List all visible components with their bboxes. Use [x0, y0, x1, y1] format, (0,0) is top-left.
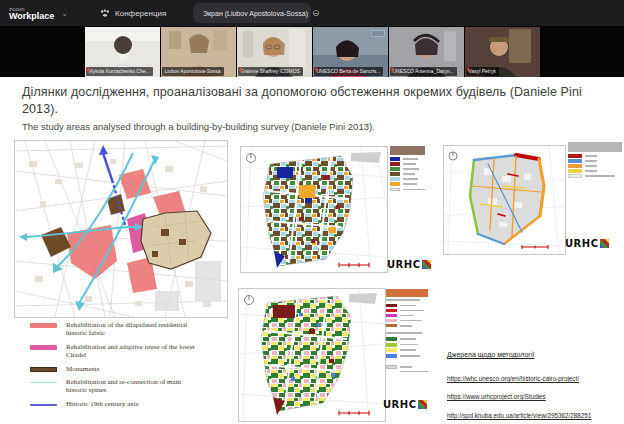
- minimize-icon[interactable]: ⊖: [312, 9, 320, 18]
- legend-section-label: [386, 299, 420, 301]
- muted-mic-icon: [314, 67, 319, 74]
- muted-mic-icon: [238, 67, 243, 74]
- participant-name-tag: Liubov Apostolova-Sossa: [162, 67, 224, 76]
- map-strategy-panel: [14, 140, 228, 318]
- map-landuse-panel: [240, 146, 388, 273]
- urhc-logo-mark: [600, 239, 609, 248]
- legend-label: [400, 310, 424, 312]
- tab-shared-screen[interactable]: Экран (Liubov Apostolova-Sossa) ⊖: [193, 3, 311, 23]
- legend-row: Rehabilitation and adaptive reuse of the…: [30, 343, 228, 360]
- legend-swatch: [390, 157, 400, 161]
- participant-name: UNESCO Antenna_Daryn...: [393, 69, 454, 74]
- legend-swatch: [30, 404, 57, 406]
- legend-swatch: [390, 177, 400, 181]
- legend-label: [400, 349, 416, 351]
- legend-label: [403, 173, 415, 175]
- legend-label: Monuments: [66, 365, 201, 373]
- legend-label: [403, 189, 425, 191]
- legend-header: [568, 142, 622, 152]
- video-tile-active-speaker[interactable]: Liubov Apostolova-Sossa: [161, 27, 236, 77]
- condition-map: [239, 289, 385, 421]
- legend-swatch: [386, 309, 397, 313]
- landuse-map: [241, 147, 387, 272]
- streets-map: [444, 146, 565, 254]
- zoom-window: zoom Workplace ⌄ Конференция Экран (Liub…: [0, 0, 624, 424]
- legend-swatch: [30, 323, 57, 328]
- video-tile[interactable]: UNESCO Berta de Sancris...: [313, 27, 388, 77]
- legend-swatch: [30, 382, 57, 384]
- video-tile[interactable]: Mykola Korzachenko Che...: [85, 27, 160, 77]
- brand-workplace: Workplace: [9, 12, 54, 21]
- slide-subtitle: The study areas analysed through a build…: [22, 121, 610, 132]
- legend-label: [585, 175, 615, 177]
- legend-row: Monuments: [30, 365, 228, 373]
- legend-label: [400, 371, 428, 373]
- legend-label: [585, 155, 597, 157]
- urhc-logo: URHC: [383, 399, 427, 410]
- legend-label: [403, 158, 418, 160]
- legend-swatch: [390, 162, 400, 166]
- video-tile[interactable]: Grainne Shaffrey ICOMOS: [237, 27, 312, 77]
- muted-mic-icon: [86, 67, 91, 74]
- legend-swatch: [390, 167, 400, 171]
- urhc-logo-mark: [418, 400, 427, 409]
- tab-meeting[interactable]: Конференция: [100, 9, 166, 18]
- muted-mic-icon: [466, 67, 471, 74]
- slide-title: Ділянки дослідження, проаналізовані за д…: [22, 84, 610, 119]
- streets-legend: [568, 142, 622, 179]
- legend-swatch: [386, 354, 397, 358]
- legend-swatch: [568, 164, 582, 168]
- participant-name: Vasyl Petryk: [469, 69, 496, 74]
- legend-label: [400, 338, 416, 340]
- strategy-map: [15, 141, 227, 317]
- legend-label: Rehabilitation and adaptive reuse of the…: [66, 343, 201, 360]
- sources-heading: Джерела щодо методології: [447, 351, 534, 358]
- legend-label: Rehabilitation of the dilapidated reside…: [66, 321, 201, 338]
- video-tile[interactable]: Vasyl Petryk: [465, 27, 540, 77]
- legend-label: [400, 344, 418, 346]
- legend-label: [585, 165, 597, 167]
- tab-shared-screen-label: Экран (Liubov Apostolova-Sossa): [203, 10, 308, 17]
- meeting-paw-icon: [100, 9, 110, 18]
- legend-header: [386, 289, 428, 297]
- chevron-down-icon[interactable]: ⌄: [61, 9, 68, 18]
- participant-name: Mykola Korzachenko Che...: [89, 69, 150, 74]
- legend-row: Rehabilitation of the dilapidated reside…: [30, 321, 228, 338]
- map-condition-panel: [238, 288, 386, 422]
- legend-label: Historic 19th century axis: [66, 400, 201, 408]
- participant-name-tag: Mykola Korzachenko Che...: [86, 67, 153, 76]
- tab-meeting-label: Конференция: [115, 9, 166, 18]
- legend-label: [403, 178, 418, 180]
- strategy-map-legend: Rehabilitation of the dilapidated reside…: [30, 321, 228, 413]
- legend-label: [585, 170, 597, 172]
- legend-swatch: [390, 172, 400, 176]
- legend-label: [585, 160, 597, 162]
- legend-swatch: [30, 345, 57, 350]
- participant-name-tag: Vasyl Petryk: [466, 67, 499, 76]
- legend-swatch: [568, 174, 582, 178]
- legend-row: Historic 19th century axis: [30, 400, 228, 408]
- participant-name: Liubov Apostolova-Sossa: [165, 69, 221, 74]
- unesco-logo-badge: [371, 30, 385, 37]
- legend-label: [400, 355, 420, 357]
- legend-swatch: [386, 337, 397, 341]
- legend-swatch: [30, 367, 57, 372]
- legend-label: [400, 315, 414, 317]
- legend-swatch: [568, 169, 582, 173]
- urhc-logo-mark: [422, 260, 431, 269]
- urhc-logo: URHC: [565, 238, 609, 249]
- participant-name: Grainne Shaffrey ICOMOS: [241, 69, 300, 74]
- legend-swatch: [386, 365, 397, 369]
- video-tile[interactable]: UNESCO Antenna_Daryn...: [389, 27, 464, 77]
- legend-label: [403, 183, 417, 185]
- map-streets-panel: [443, 145, 566, 255]
- legend-label: [400, 320, 422, 322]
- muted-mic-icon: [390, 67, 395, 74]
- condition-legend: [386, 289, 428, 372]
- legend-label: [400, 305, 416, 307]
- zoom-workplace-logo[interactable]: zoom Workplace: [9, 6, 54, 21]
- source-link[interactable]: https://www.urhcproject.org/Studies: [447, 392, 619, 401]
- source-link[interactable]: https://whc.unesco.org/en/historic-cairo…: [447, 374, 619, 383]
- source-link[interactable]: http://spd.knuba.edu.ua/article/view/295…: [447, 411, 619, 420]
- legend-swatch: [386, 314, 397, 318]
